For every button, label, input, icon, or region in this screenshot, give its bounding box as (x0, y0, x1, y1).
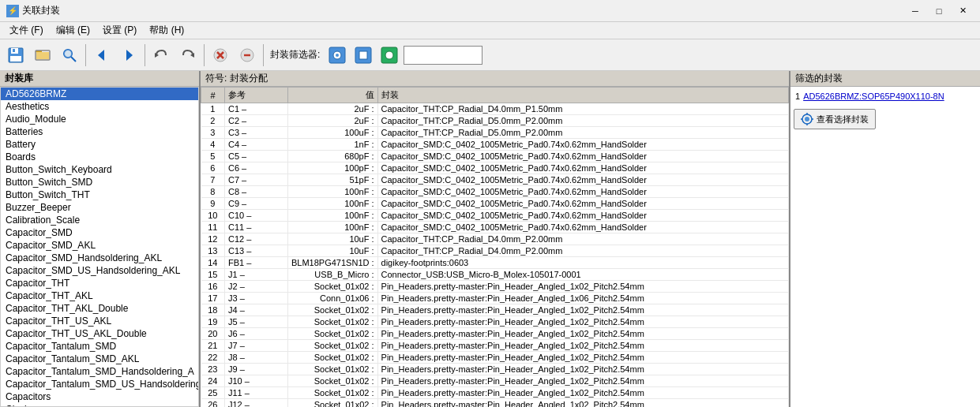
table-row[interactable]: 12 C12 – 10uF : Capacitor_THT:CP_Radial_… (201, 233, 789, 245)
table-row[interactable]: 2 C2 – 2uF : Capacitor_THT:CP_Radial_D5.… (201, 115, 789, 127)
search-button[interactable] (57, 43, 82, 68)
cell-ref: J4 – (225, 304, 288, 316)
minimize-button[interactable]: ─ (904, 3, 926, 19)
table-row[interactable]: 9 C9 – 100nF : Capacitor_SMD:C_0402_1005… (201, 198, 789, 210)
search-input[interactable] (404, 46, 482, 65)
library-item[interactable]: Button_Switch_THT (1, 189, 198, 201)
close-button[interactable]: ✕ (952, 3, 974, 19)
library-item[interactable]: Capacitor_Tantalum_SMD_US_Handsoldering (1, 378, 198, 390)
table-row[interactable]: 26 J12 – Socket_01x02 : Pin_Headers.pret… (201, 399, 789, 408)
table-row[interactable]: 24 J10 – Socket_01x02 : Pin_Headers.pret… (201, 375, 789, 387)
save-button[interactable] (3, 43, 28, 68)
cell-ref: C8 – (225, 186, 288, 198)
open-file-button[interactable] (30, 43, 55, 68)
table-row[interactable]: 10 C10 – 100nF : Capacitor_SMD:C_0402_10… (201, 210, 789, 222)
table-row[interactable]: 25 J11 – Socket_01x02 : Pin_Headers.pret… (201, 387, 789, 399)
library-item[interactable]: Aesthetics (1, 100, 198, 113)
library-item[interactable]: Audio_Module (1, 113, 198, 125)
library-item[interactable]: Capacitor_THT_US_AKL (1, 315, 198, 327)
library-item[interactable]: Capacitor_SMD_AKL (1, 239, 198, 252)
fp-selector-icons (325, 43, 402, 68)
table-row[interactable]: 6 C6 – 100pF : Capacitor_SMD:C_0402_1005… (201, 162, 789, 174)
table-row[interactable]: 8 C8 – 100nF : Capacitor_SMD:C_0402_1005… (201, 186, 789, 198)
table-row[interactable]: 19 J5 – Socket_01x02 : Pin_Headers.prett… (201, 316, 789, 328)
library-item[interactable]: Button_Switch_SMD (1, 176, 198, 189)
toolbar-separator-4 (263, 44, 264, 66)
library-item[interactable]: Battery (1, 138, 198, 151)
library-item[interactable]: Capacitor_Tantalum_SMD (1, 340, 198, 353)
menu-file[interactable]: 文件 (F) (3, 22, 50, 39)
forward-button[interactable] (116, 43, 141, 68)
col-header-fp: 封装 (377, 88, 788, 103)
cell-num: 18 (201, 304, 225, 316)
fp-name[interactable]: AD5626BRMZ:SOP65P490X110-8N (803, 91, 944, 101)
table-row[interactable]: 22 J8 – Socket_01x02 : Pin_Headers.prett… (201, 352, 789, 364)
cell-fp: Capacitor_THT:CP_Radial_D4.0mm_P2.00mm (377, 233, 788, 245)
cell-ref: J6 – (225, 328, 288, 340)
cell-fp: Capacitor_SMD:C_0402_1005Metric_Pad0.74x… (377, 139, 788, 151)
undo-button[interactable] (148, 43, 174, 68)
table-header-row: # 参考 值 封装 (201, 88, 789, 103)
cell-fp: Pin_Headers.pretty-master:Pin_Header_Ang… (377, 281, 788, 293)
redo-button[interactable] (175, 43, 201, 68)
table-row[interactable]: 18 J4 – Socket_01x02 : Pin_Headers.prett… (201, 304, 789, 316)
app-title: 关联封装 (22, 4, 60, 17)
library-item[interactable]: Buzzer_Beeper (1, 201, 198, 214)
app-icon: ⚡ (6, 5, 19, 17)
table-row[interactable]: 21 J7 – Socket_01x02 : Pin_Headers.prett… (201, 340, 789, 352)
delete-button[interactable] (208, 43, 233, 68)
fp-selector-btn3[interactable] (377, 43, 402, 68)
library-item[interactable]: Capacitor_SMD (1, 226, 198, 239)
fp-selector-btn2[interactable] (351, 43, 376, 68)
menu-settings[interactable]: 设置 (P) (96, 22, 143, 39)
library-item[interactable]: Capacitor_THT_US_AKL_Double (1, 327, 198, 340)
library-item[interactable]: Capacitor_Tantalum_SMD_AKL (1, 353, 198, 365)
table-row[interactable]: 7 C7 – 51pF : Capacitor_SMD:C_0402_1005M… (201, 174, 789, 186)
library-item[interactable]: Capacitor_SMD_US_Handsoldering_AKL (1, 264, 198, 277)
menu-edit[interactable]: 编辑 (E) (50, 22, 96, 39)
action2-button[interactable] (235, 43, 260, 68)
library-item[interactable]: Capacitor_THT_AKL (1, 289, 198, 302)
library-item[interactable]: Button_Switch_Keyboard (1, 163, 198, 176)
library-item[interactable]: Capacitor_SMD_Handsoldering_AKL (1, 252, 198, 264)
library-item[interactable]: Capacitor_Tantalum_SMD_Handsoldering_A (1, 365, 198, 378)
library-item[interactable]: Capacitor_THT_AKL_Double (1, 302, 198, 315)
cell-val: 2uF : (288, 103, 378, 115)
table-row[interactable]: 13 C13 – 10uF : Capacitor_THT:CP_Radial_… (201, 245, 789, 257)
table-row[interactable]: 23 J9 – Socket_01x02 : Pin_Headers.prett… (201, 364, 789, 375)
table-row[interactable]: 20 J6 – Socket_01x02 : Pin_Headers.prett… (201, 328, 789, 340)
library-item[interactable]: Capacitor_THT (1, 277, 198, 289)
svg-rect-6 (36, 52, 49, 59)
delete-icon (212, 47, 229, 64)
table-row[interactable]: 1 C1 – 2uF : Capacitor_THT:CP_Radial_D4.… (201, 103, 789, 115)
library-item[interactable]: AD5626BRMZ (1, 88, 198, 100)
library-item[interactable]: Batteries (1, 125, 198, 138)
back-button[interactable] (89, 43, 115, 68)
svg-point-27 (805, 117, 809, 121)
fp-icon1 (327, 45, 347, 65)
table-row[interactable]: 5 C5 – 680pF : Capacitor_SMD:C_0402_1005… (201, 151, 789, 162)
table-row[interactable]: 11 C11 – 100nF : Capacitor_SMD:C_0402_10… (201, 222, 789, 233)
library-item[interactable]: Clocks (1, 403, 198, 407)
library-item[interactable]: Capacitors (1, 390, 198, 403)
svg-point-9 (64, 50, 72, 58)
maximize-button[interactable]: □ (928, 3, 950, 19)
title-controls: ─ □ ✕ (904, 3, 974, 19)
table-row[interactable]: 15 J1 – USB_B_Micro : Connector_USB:USB_… (201, 269, 789, 281)
fp-selector-btn1[interactable] (325, 43, 350, 68)
cell-fp: Pin_Headers.pretty-master:Pin_Header_Ang… (377, 316, 788, 328)
table-row[interactable]: 16 J2 – Socket_01x02 : Pin_Headers.prett… (201, 281, 789, 293)
svg-rect-2 (13, 49, 15, 52)
cell-ref: J8 – (225, 352, 288, 364)
cell-fp: Pin_Headers.pretty-master:Pin_Header_Ang… (377, 364, 788, 375)
library-item[interactable]: Boards (1, 151, 198, 163)
table-row[interactable]: 3 C3 – 100uF : Capacitor_THT:CP_Radial_D… (201, 127, 789, 139)
table-row[interactable]: 17 J3 – Conn_01x06 : Pin_Headers.pretty-… (201, 293, 789, 304)
table-body: 1 C1 – 2uF : Capacitor_THT:CP_Radial_D4.… (201, 103, 789, 408)
cell-num: 9 (201, 198, 225, 210)
menu-help[interactable]: 帮助 (H) (143, 22, 190, 39)
view-fp-button[interactable]: 查看选择封装 (794, 109, 876, 129)
table-row[interactable]: 4 C4 – 1nF : Capacitor_SMD:C_0402_1005Me… (201, 139, 789, 151)
table-row[interactable]: 14 FB1 – BLM18PG471SN1D : digikey-footpr… (201, 257, 789, 269)
library-item[interactable]: Calibration_Scale (1, 214, 198, 226)
